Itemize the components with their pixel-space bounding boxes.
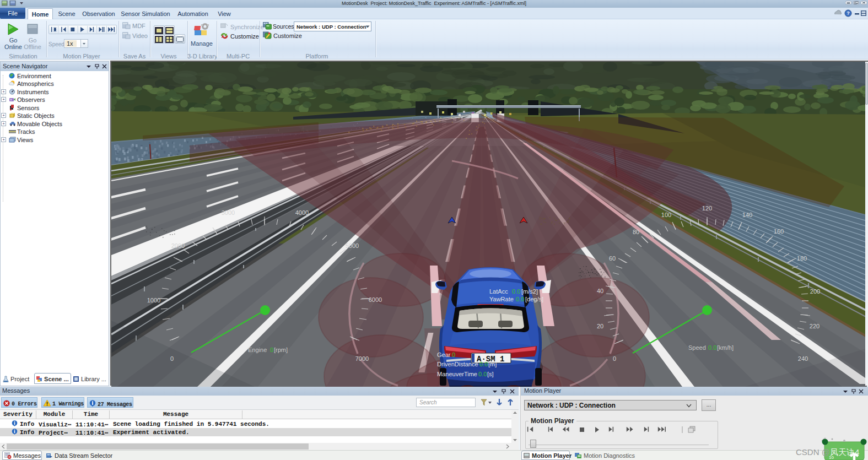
svg-text:ManeuverTime: ManeuverTime [437,371,477,377]
svg-text:DrivenDistance: DrivenDistance [437,361,478,367]
svg-text:180: 180 [797,255,807,262]
svg-text:[m/s2]: [m/s2] [521,288,538,295]
svg-text:40: 40 [597,288,603,294]
svg-text:200: 200 [810,288,820,295]
svg-text:3000: 3000 [222,209,235,216]
svg-text:YawRate: YawRate [489,296,514,302]
svg-text:7000: 7000 [355,355,369,362]
svg-text:100: 100 [661,212,671,218]
svg-text:0.0: 0.0 [516,296,524,302]
svg-text:240: 240 [798,355,808,362]
svg-text:?: ? [847,10,850,16]
svg-text:4000: 4000 [295,209,309,216]
svg-text:[rpm]: [rpm] [274,347,288,353]
svg-text:220: 220 [810,323,820,329]
svg-text:60: 60 [609,255,616,262]
svg-text:[s]: [s] [487,371,494,377]
svg-text:140: 140 [742,212,752,218]
svg-text:0.0: 0.0 [708,344,716,351]
svg-text:20: 20 [597,323,603,329]
svg-text:6000: 6000 [369,296,382,303]
svg-text:0.0: 0.0 [479,361,488,367]
svg-text:80: 80 [633,229,639,235]
svg-text:5000: 5000 [346,242,359,249]
svg-text:[m]: [m] [488,361,497,367]
svg-text:0: 0 [170,355,174,362]
svg-text:[deg/s]: [deg/s] [525,296,543,302]
svg-text:Speed: Speed [688,344,706,351]
svg-text:Gear: Gear [437,351,451,358]
svg-text:2000: 2000 [171,242,185,249]
svg-text:1000: 1000 [147,297,160,304]
svg-text:[km/h]: [km/h] [717,344,734,351]
svg-text:0.0: 0.0 [512,288,520,295]
svg-text:120: 120 [702,205,712,212]
svg-text:0: 0 [452,351,455,358]
svg-text:0: 0 [613,355,616,362]
svg-text:Engine: Engine [248,347,267,353]
svg-text:LatAcc: LatAcc [489,288,508,295]
svg-text:0: 0 [270,347,273,353]
svg-text:0.0: 0.0 [478,371,487,377]
svg-text:160: 160 [774,228,784,235]
